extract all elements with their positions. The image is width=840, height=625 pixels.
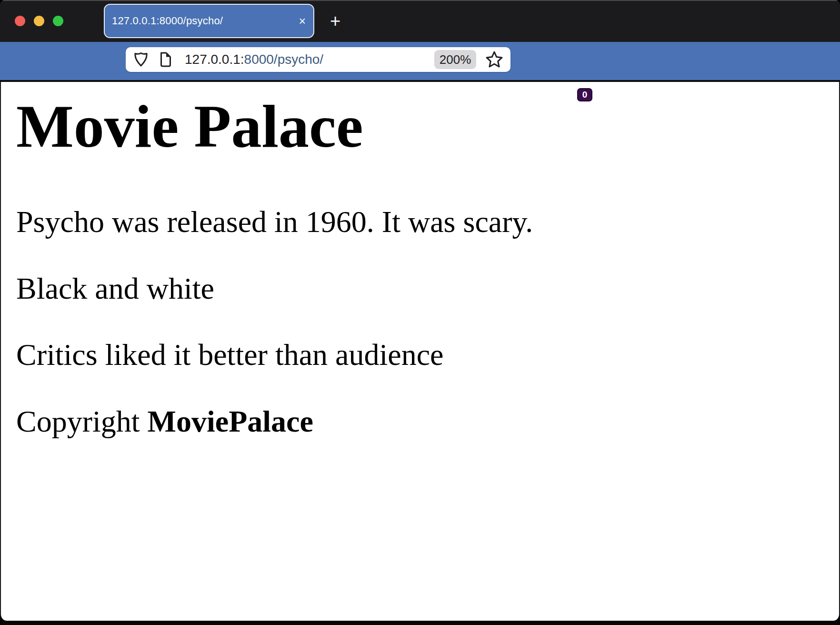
url-text[interactable]: 127.0.0.1:8000/psycho/	[185, 47, 323, 72]
copyright-text: Copyright	[16, 404, 148, 438]
browser-window: 127.0.0.1:8000/psycho/ × +	[0, 0, 840, 625]
tab-strip: 127.0.0.1:8000/psycho/ × +	[0, 0, 840, 42]
copyright-brand: MoviePalace	[148, 404, 313, 438]
url-path: 8000/psycho/	[244, 52, 324, 67]
page-title: Movie Palace	[16, 91, 820, 161]
paragraph-critics: Critics liked it better than audience	[16, 337, 820, 373]
zoom-window-button[interactable]	[53, 16, 63, 26]
navigation-toolbar: 127.0.0.1:8000/psycho/ 200%	[0, 42, 840, 82]
zoom-level-badge[interactable]: 200%	[434, 50, 476, 69]
paragraph-copyright: Copyright MoviePalace	[16, 404, 820, 439]
new-tab-button[interactable]: +	[327, 11, 344, 30]
close-window-button[interactable]	[15, 16, 25, 26]
paragraph-release: Psycho was released in 1960. It was scar…	[16, 204, 820, 240]
url-host: 127.0.0.1:	[185, 52, 244, 67]
minimize-window-button[interactable]	[34, 16, 44, 26]
ghostery-badge-count: 0	[577, 88, 592, 101]
page-content: Movie Palace Psycho was released in 1960…	[0, 82, 840, 621]
page-info-icon[interactable]	[159, 52, 171, 67]
paragraph-color: Black and white	[16, 271, 820, 306]
tracking-protection-shield-icon[interactable]	[134, 52, 148, 67]
address-bar[interactable]: 127.0.0.1:8000/psycho/ 200%	[126, 47, 510, 72]
browser-tab-active[interactable]: 127.0.0.1:8000/psycho/ ×	[104, 4, 314, 38]
tab-title: 127.0.0.1:8000/psycho/	[112, 15, 223, 27]
bookmark-star-icon[interactable]	[485, 50, 503, 69]
window-top-edge	[0, 0, 840, 1]
tab-close-icon[interactable]: ×	[299, 15, 306, 27]
